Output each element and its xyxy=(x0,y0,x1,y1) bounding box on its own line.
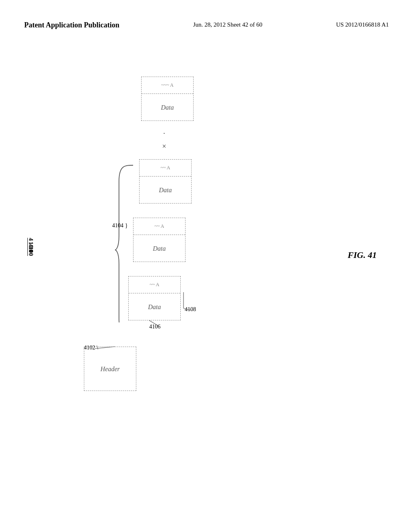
diagram-area: ~~~ A Data ·×· ~~ A Data ~~ A Data ~~ A … xyxy=(24,64,389,508)
block-mid-header: ~~ A xyxy=(133,218,185,235)
block-top2: ~~ A Data xyxy=(139,159,192,204)
block-mid: ~~ A Data xyxy=(133,218,186,262)
sheet-info: Jun. 28, 2012 Sheet 42 of 60 xyxy=(193,20,263,29)
ref-arrow-4108 xyxy=(179,288,200,312)
svg-line-3 xyxy=(95,347,115,349)
block-top1: ~~~ A Data xyxy=(141,77,194,121)
ref-arrow-4106 xyxy=(145,318,165,335)
ref-arrow-4102 xyxy=(93,345,117,353)
block-top2-data: Data xyxy=(140,177,191,204)
header-bar: Patent Application Publication Jun. 28, … xyxy=(24,20,389,30)
brace-svg xyxy=(113,161,137,322)
block-header-label: Header xyxy=(84,347,136,391)
svg-line-2 xyxy=(149,320,159,326)
main-ref-label: 4100 xyxy=(27,238,34,253)
block-mid-data: Data xyxy=(133,235,185,262)
block-top1-header: ~~~ A xyxy=(142,77,193,94)
publication-title: Patent Application Publication xyxy=(24,20,119,30)
svg-line-1 xyxy=(184,308,192,310)
block-header: Header xyxy=(84,347,136,391)
patent-number: US 2012/0166818 A1 xyxy=(336,20,389,29)
ref-4104: 4104 } xyxy=(112,222,128,229)
block-top1-data: Data xyxy=(142,94,193,121)
block-top2-header: ~~ A xyxy=(140,160,191,177)
